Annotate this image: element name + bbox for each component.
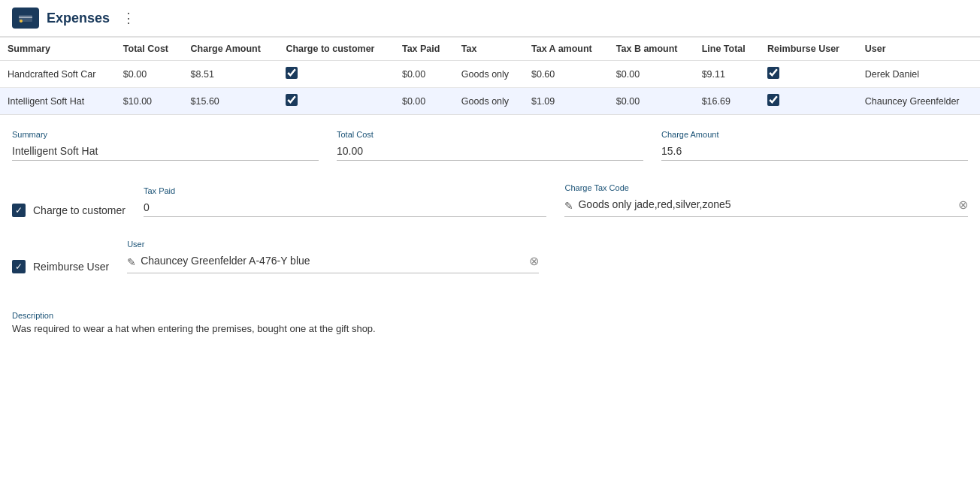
charge-to-customer-checkbox-row: ✓ Charge to customer — [12, 204, 126, 217]
label-total-cost: Total Cost — [337, 130, 643, 139]
col-charge-to-customer: Charge to customer — [278, 38, 395, 61]
edit-user-icon[interactable]: ✎ — [127, 256, 136, 268]
col-summary: Summary — [0, 38, 116, 61]
label-description: Description — [12, 311, 968, 320]
charge-to-customer-checkbox[interactable]: ✓ — [12, 204, 26, 217]
col-user: User — [858, 38, 980, 61]
table-cell[interactable] — [760, 61, 858, 88]
description-section: Description Was required to wear a hat w… — [0, 311, 980, 349]
input-summary[interactable] — [12, 142, 319, 161]
table-cell: $0.00 — [609, 88, 694, 115]
input-charge-amount[interactable] — [661, 142, 968, 161]
input-user[interactable] — [141, 252, 524, 270]
form-row-3: ✓ Reimburse User User ✎ ⊗ — [12, 240, 968, 273]
input-tax-paid[interactable] — [144, 198, 547, 217]
app-header: Expenses ⋮ — [0, 0, 980, 37]
field-charge-tax-code: Charge Tax Code ✎ ⊗ — [564, 183, 968, 217]
reimburse-user-checkbox[interactable]: ✓ — [12, 260, 26, 273]
table-cell: $1.09 — [524, 88, 609, 115]
table-cell: $16.69 — [694, 88, 760, 115]
field-charge-amount: Charge Amount — [661, 130, 968, 161]
table-cell: $8.51 — [183, 61, 279, 88]
col-tax-paid: Tax Paid — [395, 38, 454, 61]
edit-tax-code-icon[interactable]: ✎ — [564, 200, 573, 212]
table-cell: $9.11 — [694, 61, 760, 88]
table-cell: $0.00 — [609, 61, 694, 88]
form-row-2: ✓ Charge to customer Tax Paid Charge Tax… — [12, 183, 968, 217]
col-line-total: Line Total — [694, 38, 760, 61]
col-tax: Tax — [454, 38, 524, 61]
label-tax-paid: Tax Paid — [144, 186, 547, 195]
table-cell: $0.60 — [524, 61, 609, 88]
reimburse-checkmark-icon: ✓ — [15, 262, 23, 271]
app-logo — [12, 8, 39, 29]
expenses-table: Summary Total Cost Charge Amount Charge … — [0, 37, 980, 114]
table-cell: Derek Daniel — [858, 61, 980, 88]
label-user: User — [127, 240, 538, 249]
reimburse-user-checkbox-row: ✓ Reimburse User — [12, 260, 109, 273]
table-checkbox[interactable] — [767, 67, 779, 79]
clear-tax-code-icon[interactable]: ⊗ — [958, 198, 968, 212]
form-section: Summary Total Cost Charge Amount ✓ Charg… — [0, 115, 980, 311]
label-summary: Summary — [12, 130, 319, 139]
checkmark-icon: ✓ — [15, 206, 23, 215]
table-checkbox[interactable] — [767, 94, 779, 106]
table-checkbox[interactable] — [286, 67, 298, 79]
col-reimburse-user: Reimburse User — [760, 38, 858, 61]
table-cell: $0.00 — [116, 61, 183, 88]
expenses-table-container: Summary Total Cost Charge Amount Charge … — [0, 37, 980, 115]
app-title: Expenses — [47, 11, 110, 26]
label-charge-tax-code: Charge Tax Code — [564, 183, 968, 192]
label-charge-amount: Charge Amount — [661, 130, 968, 139]
input-total-cost[interactable] — [337, 142, 643, 161]
form-row-1: Summary Total Cost Charge Amount — [12, 130, 968, 161]
svg-point-3 — [20, 20, 23, 23]
description-text: Was required to wear a hat when entering… — [12, 323, 968, 334]
table-cell: Intelligent Soft Hat — [0, 88, 116, 115]
table-cell: Chauncey Greenfelder — [858, 88, 980, 115]
reimburse-user-label: Reimburse User — [33, 261, 109, 273]
charge-to-customer-field: ✓ Charge to customer — [12, 196, 126, 217]
col-charge-amount: Charge Amount — [183, 38, 279, 61]
col-tax-a-amount: Tax A amount — [524, 38, 609, 61]
svg-rect-2 — [19, 17, 32, 18]
user-input-wrapper: ✎ ⊗ — [127, 252, 538, 273]
field-tax-paid: Tax Paid — [144, 186, 547, 217]
table-row[interactable]: Intelligent Soft Hat$10.00$15.60$0.00Goo… — [0, 88, 980, 115]
field-total-cost: Total Cost — [337, 130, 643, 161]
charge-to-customer-label: Charge to customer — [33, 204, 126, 216]
table-cell[interactable] — [278, 88, 395, 115]
menu-dots[interactable]: ⋮ — [122, 10, 137, 26]
table-cell: $0.00 — [395, 61, 454, 88]
col-tax-b-amount: Tax B amount — [609, 38, 694, 61]
table-cell: $15.60 — [183, 88, 279, 115]
field-summary: Summary — [12, 130, 319, 161]
table-cell: Goods only — [454, 88, 524, 115]
col-total-cost: Total Cost — [116, 38, 183, 61]
table-row[interactable]: Handcrafted Soft Car$0.00$8.51$0.00Goods… — [0, 61, 980, 88]
input-charge-tax-code[interactable] — [578, 195, 954, 213]
table-checkbox[interactable] — [286, 94, 298, 106]
charge-tax-code-input-wrapper: ✎ ⊗ — [564, 195, 968, 217]
table-cell: $10.00 — [116, 88, 183, 115]
table-cell[interactable] — [760, 88, 858, 115]
table-cell: Goods only — [454, 61, 524, 88]
reimburse-user-field: ✓ Reimburse User — [12, 252, 109, 273]
field-user: User ✎ ⊗ — [127, 240, 538, 273]
table-cell[interactable] — [278, 61, 395, 88]
table-cell: Handcrafted Soft Car — [0, 61, 116, 88]
table-cell: $0.00 — [395, 88, 454, 115]
clear-user-icon[interactable]: ⊗ — [529, 254, 539, 268]
